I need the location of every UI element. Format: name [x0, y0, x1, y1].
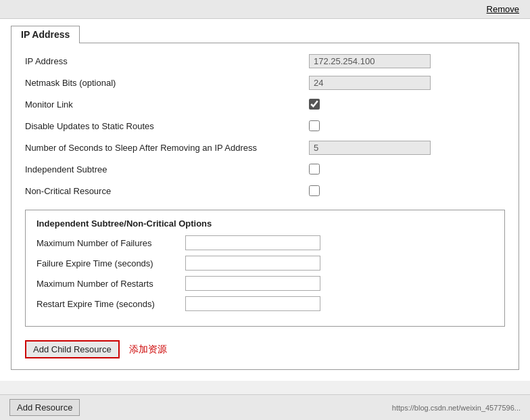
- input-sleep[interactable]: [309, 141, 431, 155]
- input-max-restarts[interactable]: [185, 276, 320, 291]
- label-monitor-link: Monitor Link: [25, 99, 309, 110]
- add-child-resource-button[interactable]: Add Child Resource: [25, 340, 120, 358]
- checkbox-disable-updates[interactable]: [309, 120, 320, 131]
- input-failure-expire[interactable]: [185, 256, 320, 271]
- page-bottom: Add Resource https://blog.csdn.net/weixi…: [0, 394, 530, 420]
- section-tab: IP Address: [11, 26, 80, 43]
- checkbox-monitor-link[interactable]: [309, 99, 320, 110]
- sub-label-max-restarts: Maximum Number of Restarts: [37, 279, 185, 289]
- subsection-title: Independent Subtree/Non-Critical Options: [37, 218, 493, 229]
- subsection-options: Independent Subtree/Non-Critical Options…: [25, 210, 505, 327]
- main-content: IP Address IP Address Netmask Bits (opti…: [0, 19, 530, 381]
- label-independent: Independent Subtree: [25, 164, 309, 174]
- label-disable-updates: Disable Updates to Static Routes: [25, 121, 309, 131]
- section-body: IP Address Netmask Bits (optional) Monit…: [11, 43, 519, 370]
- remove-link[interactable]: Remove: [487, 4, 519, 14]
- form-row-noncritical: Non-Critical Resource: [25, 183, 505, 199]
- form-row-monitor-link: Monitor Link: [25, 96, 505, 112]
- sub-row-max-failures: Maximum Number of Failures: [37, 235, 493, 250]
- sub-row-failure-expire: Failure Expire Time (seconds): [37, 256, 493, 271]
- form-row-netmask: Netmask Bits (optional): [25, 74, 505, 91]
- label-ip: IP Address: [25, 56, 309, 66]
- checkbox-noncritical[interactable]: [309, 185, 320, 196]
- label-sleep: Number of Seconds to Sleep After Removin…: [25, 143, 309, 153]
- form-row-disable-updates: Disable Updates to Static Routes: [25, 118, 505, 134]
- form-row-independent: Independent Subtree: [25, 161, 505, 177]
- sub-row-max-restarts: Maximum Number of Restarts: [37, 276, 493, 291]
- input-ip[interactable]: [309, 54, 431, 68]
- form-row-ip: IP Address: [25, 53, 505, 69]
- sub-label-max-failures: Maximum Number of Failures: [37, 238, 185, 248]
- chinese-label: 添加资源: [129, 344, 167, 356]
- form-row-sleep: Number of Seconds to Sleep After Removin…: [25, 139, 505, 156]
- label-netmask: Netmask Bits (optional): [25, 78, 309, 88]
- input-max-failures[interactable]: [185, 235, 320, 250]
- footer-url: https://blog.csdn.net/weixin_4577596...: [392, 404, 521, 412]
- checkbox-independent[interactable]: [309, 164, 320, 174]
- sub-row-restart-expire: Restart Expire Time (seconds): [37, 296, 493, 311]
- input-restart-expire[interactable]: [185, 296, 320, 311]
- top-bar: Remove: [0, 0, 530, 19]
- label-noncritical: Non-Critical Resource: [25, 186, 309, 196]
- bottom-buttons: Add Child Resource 添加资源: [25, 340, 505, 358]
- input-netmask[interactable]: [309, 76, 431, 90]
- sub-label-failure-expire: Failure Expire Time (seconds): [37, 258, 185, 269]
- add-resource-button[interactable]: Add Resource: [9, 399, 80, 416]
- sub-label-restart-expire: Restart Expire Time (seconds): [37, 299, 185, 309]
